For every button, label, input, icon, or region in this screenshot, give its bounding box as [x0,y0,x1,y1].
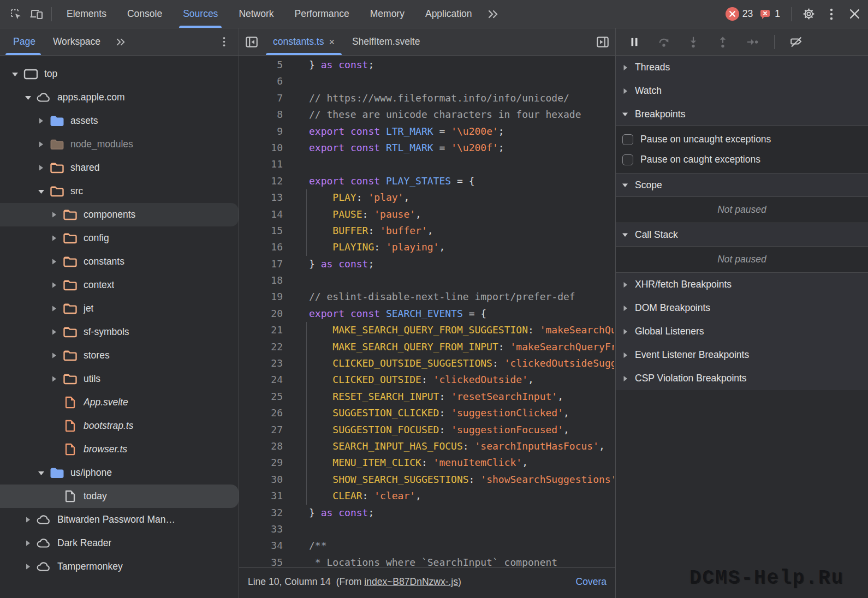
line-number[interactable]: 9 [239,123,283,140]
tree-item-context[interactable]: context [0,273,239,297]
tab-elements[interactable]: Elements [56,0,117,28]
pause-uncaught-row[interactable]: Pause on uncaught exceptions [616,129,868,150]
code-line[interactable]: 6 [239,73,615,89]
tab-constants-ts[interactable]: constants.ts × [264,28,343,55]
line-number[interactable]: 30 [239,471,283,488]
tree-item-src[interactable]: src [0,180,239,203]
line-number[interactable]: 12 [239,173,283,189]
chevron-right-icon[interactable] [22,540,34,547]
step-icon[interactable] [740,32,764,52]
tree-item-config[interactable]: config [0,226,239,250]
code-line[interactable]: 22 MAKE_SEARCH_QUERY_FROM_INPUT: 'makeSe… [239,339,615,355]
code-line[interactable]: 28 SEARCH_INPUT_HAS_FOCUS: 'searchInputH… [239,438,615,455]
tab-network[interactable]: Network [228,0,284,28]
line-number[interactable]: 29 [239,455,283,471]
tree-item-jet[interactable]: jet [0,297,239,320]
line-number[interactable]: 23 [239,355,283,372]
chevron-right-icon[interactable] [48,211,60,218]
code-line[interactable]: 9export const LTR_MARK = '\u200e'; [239,123,615,140]
line-number[interactable]: 25 [239,388,283,405]
tree-item-app-svelte[interactable]: App.svelte [0,391,239,414]
chevron-down-icon[interactable] [35,189,47,194]
line-number[interactable]: 31 [239,488,283,504]
issues-badge[interactable]: 1 [759,8,780,20]
chevron-right-icon[interactable] [22,563,34,570]
tree-item-us-iphone[interactable]: us/iphone [0,461,239,485]
sourcemap-link[interactable]: index~B87DnNzwx-.js [364,576,458,587]
line-number[interactable]: 22 [239,339,283,355]
chevron-right-icon[interactable] [48,282,60,289]
line-number[interactable]: 18 [239,272,283,289]
code-line[interactable]: 31 CLEAR: 'clear', [239,488,615,504]
tree-item-top[interactable]: top [0,62,239,86]
more-tabs-icon[interactable] [483,4,503,24]
inspect-element-icon[interactable] [5,4,26,24]
line-number[interactable]: 33 [239,521,283,537]
code-line[interactable]: 17} as const; [239,256,615,272]
code-line[interactable]: 15 BUFFER: 'buffer', [239,223,615,239]
step-out-icon[interactable] [711,32,735,52]
line-number[interactable]: 32 [239,505,283,521]
tree-item-constants[interactable]: constants [0,250,239,273]
line-number[interactable]: 13 [239,189,283,206]
tree-item-bootstrap-ts[interactable]: bootstrap.ts [0,414,239,438]
tree-item-sf-symbols[interactable]: sf-symbols [0,320,239,344]
line-number[interactable]: 27 [239,422,283,438]
error-badge[interactable]: 23 [726,7,753,21]
line-number[interactable]: 17 [239,256,283,272]
section-global-listeners[interactable]: Global Listeners [616,320,868,343]
kebab-menu-icon[interactable] [821,4,842,24]
close-tab-icon[interactable]: × [329,37,335,47]
line-number[interactable]: 14 [239,206,283,223]
tree-item-assets[interactable]: assets [0,109,239,133]
line-number[interactable]: 19 [239,289,283,305]
step-into-icon[interactable] [681,32,705,52]
line-number[interactable]: 24 [239,372,283,388]
show-debugger-panel-icon[interactable] [590,28,615,55]
tree-item-today[interactable]: today [0,485,239,508]
code-line[interactable]: 19// eslint-disable-next-line import/pre… [239,289,615,305]
line-number[interactable]: 11 [239,156,283,172]
code-line[interactable]: 35 * Locations where `SearchInput` compo… [239,554,615,567]
more-nav-tabs-icon[interactable] [110,32,131,52]
code-line[interactable]: 30 SHOW_SEARCH_SUGGESTIONS: 'showSearchS… [239,471,615,488]
code-line[interactable]: 27 SUGGESTION_FOCUSED: 'suggestionFocuse… [239,422,615,438]
deactivate-breakpoints-icon[interactable] [784,32,808,52]
chevron-right-icon[interactable] [48,328,60,336]
tree-item-dark-reader[interactable]: Dark Reader [0,531,239,555]
code-line[interactable]: 20export const SEARCH_EVENTS = { [239,306,615,322]
step-over-icon[interactable] [652,32,676,52]
code-line[interactable]: 33 [239,521,615,537]
code-line[interactable]: 18 [239,272,615,289]
chevron-down-icon[interactable] [35,470,47,476]
line-number[interactable]: 26 [239,405,283,421]
chevron-right-icon[interactable] [35,117,47,124]
chevron-right-icon[interactable] [48,375,60,382]
tree-item-utils[interactable]: utils [0,367,239,391]
code-line[interactable]: 26 SUGGESTION_CLICKED: 'suggestionClicke… [239,405,615,421]
line-number[interactable]: 34 [239,537,283,554]
code-line[interactable]: 7// https://www.fileformat.info/info/uni… [239,90,615,106]
line-number[interactable]: 21 [239,322,283,338]
code-line[interactable]: 25 RESET_SEARCH_INPUT: 'resetSearchInput… [239,388,615,405]
section-dom-breakpoints[interactable]: DOM Breakpoints [616,296,868,320]
code-line[interactable]: 23 CLICKED_OUTSIDE_SUGGESTIONS: 'clicked… [239,355,615,372]
code-line[interactable]: 24 CLICKED_OUTSIDE: 'clickedOutside', [239,372,615,388]
pause-caught-row[interactable]: Pause on caught exceptions [616,150,868,170]
device-toolbar-icon[interactable] [26,4,47,24]
tree-item-apps-apple-com[interactable]: apps.apple.com [0,86,239,109]
code-line[interactable]: 10export const RTL_MARK = '\u200f'; [239,140,615,156]
chevron-down-icon[interactable] [22,95,34,100]
pause-script-icon[interactable] [622,32,646,52]
section-csp-violation-breakpoints[interactable]: CSP Violation Breakpoints [616,367,868,390]
tab-workspace[interactable]: Workspace [44,28,109,55]
chevron-down-icon[interactable] [9,71,21,77]
code-editor[interactable]: 5} as const;67// https://www.fileformat.… [239,56,615,567]
line-number[interactable]: 16 [239,239,283,255]
line-number[interactable]: 15 [239,223,283,239]
code-line[interactable]: 21 MAKE_SEARCH_QUERY_FROM_SUGGESTION: 'm… [239,322,615,338]
line-number[interactable]: 20 [239,306,283,322]
chevron-right-icon[interactable] [35,164,47,171]
section-threads[interactable]: Threads [616,56,868,79]
line-number[interactable]: 10 [239,140,283,156]
